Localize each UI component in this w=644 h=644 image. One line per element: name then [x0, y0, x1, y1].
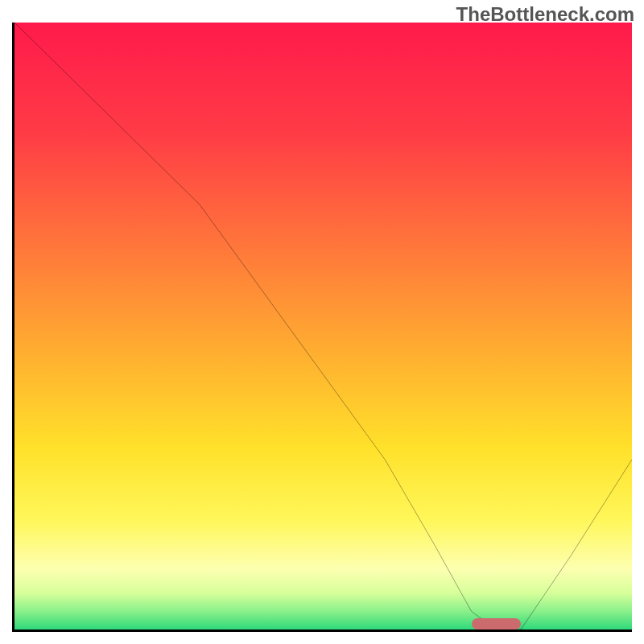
watermark-text: TheBottleneck.com: [456, 3, 634, 26]
axes-frame: [12, 23, 632, 632]
